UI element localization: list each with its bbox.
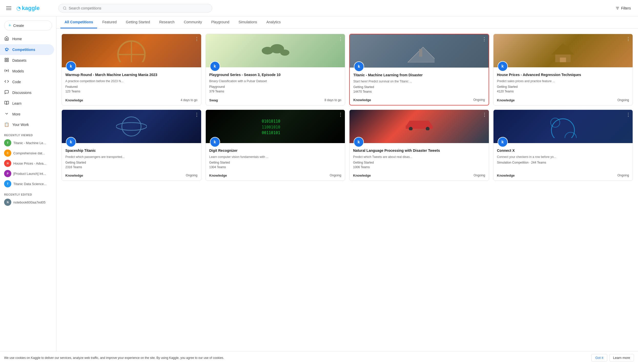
card-type-house-prices: Knowledge — [497, 98, 515, 102]
your-work-label: Your Work — [12, 123, 29, 127]
sidebar-item-competitions[interactable]: Competitions — [0, 44, 54, 55]
card-tag-warmup: Featured — [65, 85, 198, 89]
card-desc-spaceship: Predict which passengers are transported… — [65, 155, 198, 159]
card-menu-warmup[interactable]: ⋮ — [194, 36, 199, 42]
filter-icon — [615, 6, 620, 10]
learn-more-button[interactable]: Learn more — [609, 354, 634, 361]
learn-icon — [4, 101, 9, 106]
card-body-digit: Digit Recognizer Learn computer vision f… — [206, 143, 345, 172]
competitions-icon — [4, 47, 9, 52]
datasets-icon — [4, 58, 9, 63]
card-playground-s3e10[interactable]: k ⋮ Playground Series - Season 3, Episod… — [205, 34, 345, 105]
svg-point-20 — [122, 117, 141, 136]
recently-viewed-rv5[interactable]: T Titanic Data Science... — [0, 179, 56, 189]
card-body-house-prices: House Prices - Advanced Regression Techn… — [493, 67, 633, 96]
recently-viewed-rv2[interactable]: C Comprehensive dat... — [0, 148, 56, 158]
card-desc-digit: Learn computer vision fundamentals with … — [209, 155, 342, 159]
card-teams-spaceship: 2316 Teams — [65, 165, 198, 169]
svg-point-21 — [116, 123, 147, 130]
tab-community[interactable]: Community — [180, 16, 206, 28]
card-tag-playground-s3e10: Playground — [209, 85, 342, 89]
card-nlp-disaster[interactable]: k ⋮ Natural Language Processing with Dis… — [349, 110, 489, 181]
sidebar-item-discussions[interactable]: Discussions — [0, 87, 54, 98]
sidebar-item-learn[interactable]: Learn — [0, 98, 54, 109]
sidebar-item-models[interactable]: Models — [0, 66, 54, 77]
tab-all[interactable]: All Competitions — [60, 16, 97, 28]
card-desc-titanic: Start here! Predict survival on the Tita… — [353, 79, 485, 84]
your-work-icon: 📋 — [4, 122, 9, 127]
card-header-warmup: k ⋮ — [62, 34, 201, 67]
card-menu-house-prices[interactable]: ⋮ — [626, 36, 631, 42]
tab-featured[interactable]: Featured — [98, 16, 121, 28]
card-digit[interactable]: 010101101100101000110101 k ⋮ Digit Recog… — [205, 110, 345, 181]
card-tag-digit: Getting Started — [209, 161, 342, 164]
kaggle-logo[interactable]: ◔ kaggle — [16, 5, 40, 12]
header: ◔ kaggle Filters — [0, 0, 638, 16]
card-title-connect-x: Connect X — [497, 148, 629, 153]
card-menu-playground-s3e10[interactable]: ⋮ — [338, 36, 343, 42]
card-deadline-warmup: 4 days to go — [181, 98, 197, 102]
card-warmup[interactable]: k ⋮ Warmup Round - March Machine Learnin… — [61, 34, 201, 105]
sidebar-item-more[interactable]: More — [0, 109, 54, 120]
search-input[interactable] — [69, 6, 208, 10]
card-desc-connect-x: Connect your checkers in a row before yo… — [497, 155, 629, 159]
svg-rect-8 — [5, 60, 6, 62]
tab-simulations[interactable]: Simulations — [234, 16, 261, 28]
card-type-digit: Knowledge — [209, 174, 227, 177]
card-spaceship[interactable]: k ⋮ Spaceship Titanic Predict which pass… — [61, 110, 201, 181]
card-header-nlp-disaster: k ⋮ — [349, 110, 489, 143]
card-footer-digit: Knowledge Ongoing — [206, 172, 345, 180]
card-header-spaceship: k ⋮ — [62, 110, 201, 143]
card-house-prices[interactable]: k ⋮ House Prices - Advanced Regression T… — [493, 34, 633, 105]
search-icon — [63, 6, 67, 10]
card-menu-connect-x[interactable]: ⋮ — [626, 112, 631, 117]
recently-label-rv1: Titanic - Machine Le... — [13, 141, 46, 145]
svg-point-9 — [6, 70, 7, 71]
card-header-playground-s3e10: k ⋮ — [206, 34, 345, 67]
recently-viewed-rv4[interactable]: P [Product Launch] Int... — [0, 168, 56, 179]
card-tag-connect-x: Simulation Competition · 244 Teams — [497, 161, 629, 164]
card-header-house-prices: k ⋮ — [493, 34, 633, 67]
tab-research[interactable]: Research — [155, 16, 179, 28]
code-icon — [4, 79, 9, 85]
card-deadline-playground-s3e10: 8 days to go — [325, 98, 341, 102]
card-title-digit: Digit Recognizer — [209, 148, 342, 153]
recently-edited-re1[interactable]: N notebook600aa7ed05 — [0, 197, 56, 207]
sidebar-item-code[interactable]: Code — [0, 77, 54, 87]
card-avatar-digit: k — [210, 137, 220, 147]
card-deadline-titanic: Ongoing — [473, 98, 485, 102]
svg-text:00110101: 00110101 — [262, 131, 280, 135]
tab-getting_started[interactable]: Getting Started — [122, 16, 154, 28]
card-footer-playground-s3e10: Swag 8 days to go — [206, 96, 345, 105]
card-menu-titanic[interactable]: ⋮ — [482, 36, 487, 42]
card-connect-x[interactable]: k ⋮ Connect X Connect your checkers in a… — [493, 110, 633, 181]
svg-rect-6 — [7, 58, 8, 59]
svg-text:11001010: 11001010 — [262, 125, 280, 129]
card-desc-nlp-disaster: Predict which Tweets are about real disa… — [353, 155, 485, 159]
search-bar[interactable] — [58, 4, 212, 13]
recently-thumb-rv2: C — [4, 149, 11, 157]
card-title-titanic: Titanic - Machine Learning from Disaster — [353, 73, 485, 77]
recently-viewed-rv3[interactable]: H House Prices - Adva... — [0, 158, 56, 168]
card-deadline-spaceship: Ongoing — [186, 174, 197, 177]
create-button[interactable]: + Create — [4, 20, 52, 30]
nav-label-learn: Learn — [12, 101, 22, 105]
card-menu-nlp-disaster[interactable]: ⋮ — [482, 112, 487, 117]
card-teams-house-prices: 4120 Teams — [497, 90, 629, 93]
sidebar-item-home[interactable]: Home — [0, 34, 54, 44]
more-icon — [4, 111, 9, 117]
tab-playground[interactable]: Playground — [207, 16, 233, 28]
nav-label-code: Code — [12, 80, 21, 84]
hamburger-menu[interactable] — [4, 4, 13, 12]
tab-analytics[interactable]: Analytics — [262, 16, 285, 28]
card-menu-spaceship[interactable]: ⋮ — [194, 112, 199, 117]
recently-viewed-section: RECENTLY VIEWED — [0, 132, 56, 138]
sidebar-item-your-work[interactable]: 📋 Your Work — [0, 120, 54, 130]
sidebar-item-datasets[interactable]: Datasets — [0, 55, 54, 66]
card-menu-digit[interactable]: ⋮ — [338, 112, 343, 117]
got-it-button[interactable]: Got it — [591, 354, 607, 361]
card-titanic[interactable]: k ⋮ Titanic - Machine Learning from Disa… — [349, 34, 489, 105]
recently-viewed-rv1[interactable]: T Titanic - Machine Le... — [0, 138, 56, 148]
card-image-warmup — [62, 34, 201, 67]
filters-button[interactable]: Filters — [612, 5, 634, 12]
